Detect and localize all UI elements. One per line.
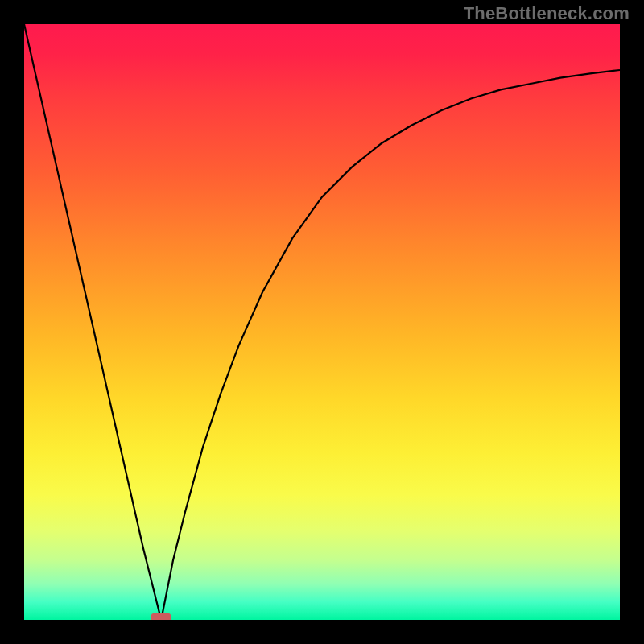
plot-area [24,24,620,620]
curve-layer [24,24,620,620]
curve-right-branch [161,70,620,620]
minimum-marker [151,613,171,620]
curve-left-branch [24,24,161,620]
chart-frame: TheBottleneck.com [0,0,644,644]
watermark-text: TheBottleneck.com [464,3,630,24]
